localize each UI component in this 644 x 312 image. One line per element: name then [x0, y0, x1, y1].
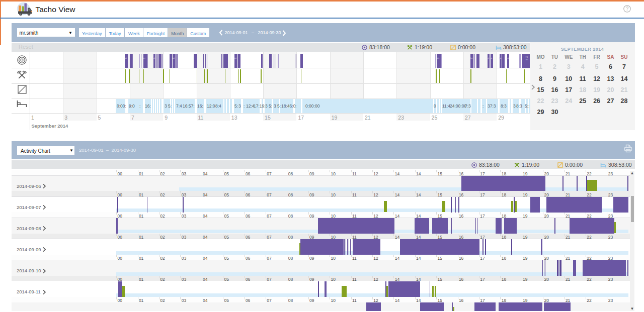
svg-text:?: ? [626, 6, 629, 12]
